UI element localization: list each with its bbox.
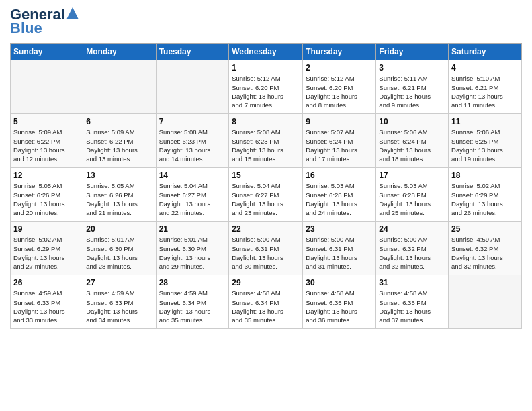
day-number: 11	[451, 117, 519, 126]
day-number: 30	[306, 278, 373, 287]
calendar-header-tuesday: Tuesday	[156, 44, 229, 60]
day-info: Sunrise: 5:03 AM Sunset: 6:28 PM Dayligh…	[379, 181, 445, 217]
calendar-cell: 20Sunrise: 5:01 AM Sunset: 6:30 PM Dayli…	[83, 222, 156, 275]
calendar-week-row: 12Sunrise: 5:05 AM Sunset: 6:26 PM Dayli…	[11, 168, 522, 222]
day-info: Sunrise: 5:02 AM Sunset: 6:29 PM Dayligh…	[451, 181, 519, 217]
logo: General Blue	[10, 7, 79, 36]
day-number: 7	[159, 117, 226, 126]
calendar-cell: 11Sunrise: 5:06 AM Sunset: 6:25 PM Dayli…	[449, 114, 522, 168]
day-info: Sunrise: 5:10 AM Sunset: 6:21 PM Dayligh…	[451, 74, 519, 109]
logo-icon	[66, 7, 79, 19]
calendar-cell: 4Sunrise: 5:10 AM Sunset: 6:21 PM Daylig…	[449, 60, 522, 114]
day-number: 24	[379, 224, 445, 234]
calendar-cell: 18Sunrise: 5:02 AM Sunset: 6:29 PM Dayli…	[449, 168, 522, 222]
day-info: Sunrise: 5:07 AM Sunset: 6:24 PM Dayligh…	[306, 128, 373, 163]
calendar-cell: 6Sunrise: 5:09 AM Sunset: 6:22 PM Daylig…	[83, 114, 156, 168]
calendar-cell: 23Sunrise: 5:00 AM Sunset: 6:31 PM Dayli…	[303, 222, 376, 275]
day-number: 4	[451, 63, 519, 73]
calendar-cell: 7Sunrise: 5:08 AM Sunset: 6:23 PM Daylig…	[156, 114, 229, 168]
calendar-cell: 17Sunrise: 5:03 AM Sunset: 6:28 PM Dayli…	[376, 168, 449, 222]
calendar-cell: 16Sunrise: 5:03 AM Sunset: 6:28 PM Dayli…	[303, 168, 376, 222]
day-number: 27	[86, 278, 152, 287]
day-number: 21	[159, 224, 226, 234]
calendar-week-row: 26Sunrise: 4:59 AM Sunset: 6:33 PM Dayli…	[11, 275, 522, 329]
day-number: 29	[232, 278, 300, 287]
calendar-cell: 24Sunrise: 5:00 AM Sunset: 6:32 PM Dayli…	[376, 222, 449, 275]
calendar-header-saturday: Saturday	[449, 44, 522, 60]
calendar-cell: 10Sunrise: 5:06 AM Sunset: 6:24 PM Dayli…	[376, 114, 449, 168]
calendar-week-row: 5Sunrise: 5:09 AM Sunset: 6:22 PM Daylig…	[11, 114, 522, 168]
day-number: 15	[232, 171, 300, 180]
day-info: Sunrise: 5:00 AM Sunset: 6:32 PM Dayligh…	[379, 235, 445, 271]
day-number: 13	[86, 171, 152, 180]
calendar-cell	[449, 275, 522, 329]
day-info: Sunrise: 5:02 AM Sunset: 6:29 PM Dayligh…	[13, 235, 80, 271]
day-number: 22	[232, 224, 300, 234]
calendar-cell: 27Sunrise: 4:59 AM Sunset: 6:33 PM Dayli…	[83, 275, 156, 329]
day-number: 25	[451, 224, 519, 234]
calendar-cell: 3Sunrise: 5:11 AM Sunset: 6:21 PM Daylig…	[376, 60, 449, 114]
day-info: Sunrise: 4:58 AM Sunset: 6:35 PM Dayligh…	[306, 289, 373, 324]
day-info: Sunrise: 5:06 AM Sunset: 6:24 PM Dayligh…	[379, 128, 445, 163]
day-number: 17	[379, 171, 445, 180]
calendar-cell: 5Sunrise: 5:09 AM Sunset: 6:22 PM Daylig…	[11, 114, 83, 168]
day-info: Sunrise: 4:59 AM Sunset: 6:34 PM Dayligh…	[159, 289, 226, 324]
calendar-cell: 14Sunrise: 5:04 AM Sunset: 6:27 PM Dayli…	[156, 168, 229, 222]
day-info: Sunrise: 5:08 AM Sunset: 6:23 PM Dayligh…	[232, 128, 300, 163]
page: General Blue SundayMondayTuesdayWednesda…	[0, 0, 532, 411]
calendar-cell: 29Sunrise: 4:58 AM Sunset: 6:34 PM Dayli…	[229, 275, 303, 329]
day-info: Sunrise: 5:08 AM Sunset: 6:23 PM Dayligh…	[159, 128, 226, 163]
calendar-cell: 30Sunrise: 4:58 AM Sunset: 6:35 PM Dayli…	[303, 275, 376, 329]
header: General Blue	[10, 7, 522, 36]
day-number: 19	[13, 224, 80, 234]
day-number: 14	[159, 171, 226, 180]
day-number: 10	[379, 117, 445, 126]
calendar-cell	[156, 60, 229, 114]
day-number: 16	[306, 171, 373, 180]
calendar-header-friday: Friday	[376, 44, 449, 60]
day-info: Sunrise: 4:58 AM Sunset: 6:35 PM Dayligh…	[379, 289, 445, 324]
calendar-cell: 12Sunrise: 5:05 AM Sunset: 6:26 PM Dayli…	[11, 168, 83, 222]
calendar-cell: 28Sunrise: 4:59 AM Sunset: 6:34 PM Dayli…	[156, 275, 229, 329]
day-info: Sunrise: 4:58 AM Sunset: 6:34 PM Dayligh…	[232, 289, 300, 324]
calendar-header-monday: Monday	[83, 44, 156, 60]
calendar-cell: 31Sunrise: 4:58 AM Sunset: 6:35 PM Dayli…	[376, 275, 449, 329]
day-number: 9	[306, 117, 373, 126]
day-number: 8	[232, 117, 300, 126]
day-info: Sunrise: 5:12 AM Sunset: 6:20 PM Dayligh…	[306, 74, 373, 109]
day-info: Sunrise: 5:09 AM Sunset: 6:22 PM Dayligh…	[86, 128, 152, 163]
day-number: 2	[306, 63, 373, 73]
day-number: 12	[13, 171, 80, 180]
day-number: 23	[306, 224, 373, 234]
day-info: Sunrise: 5:05 AM Sunset: 6:26 PM Dayligh…	[13, 181, 80, 217]
day-number: 26	[13, 278, 80, 287]
calendar-header-row: SundayMondayTuesdayWednesdayThursdayFrid…	[11, 44, 522, 60]
day-info: Sunrise: 5:01 AM Sunset: 6:30 PM Dayligh…	[86, 235, 152, 271]
calendar-cell: 2Sunrise: 5:12 AM Sunset: 6:20 PM Daylig…	[303, 60, 376, 114]
calendar-cell: 22Sunrise: 5:00 AM Sunset: 6:31 PM Dayli…	[229, 222, 303, 275]
calendar-cell: 21Sunrise: 5:01 AM Sunset: 6:30 PM Dayli…	[156, 222, 229, 275]
calendar-cell: 19Sunrise: 5:02 AM Sunset: 6:29 PM Dayli…	[11, 222, 83, 275]
day-info: Sunrise: 4:59 AM Sunset: 6:33 PM Dayligh…	[86, 289, 152, 324]
day-info: Sunrise: 5:05 AM Sunset: 6:26 PM Dayligh…	[86, 181, 152, 217]
calendar-cell: 26Sunrise: 4:59 AM Sunset: 6:33 PM Dayli…	[11, 275, 83, 329]
calendar-cell	[83, 60, 156, 114]
logo-text-line2: Blue	[10, 20, 42, 36]
day-info: Sunrise: 5:00 AM Sunset: 6:31 PM Dayligh…	[232, 235, 300, 271]
day-info: Sunrise: 5:12 AM Sunset: 6:20 PM Dayligh…	[232, 74, 300, 109]
day-number: 6	[86, 117, 152, 126]
day-info: Sunrise: 5:09 AM Sunset: 6:22 PM Dayligh…	[13, 128, 80, 163]
day-info: Sunrise: 4:59 AM Sunset: 6:33 PM Dayligh…	[13, 289, 80, 324]
svg-marker-0	[66, 7, 79, 19]
calendar-header-wednesday: Wednesday	[229, 44, 303, 60]
day-info: Sunrise: 5:04 AM Sunset: 6:27 PM Dayligh…	[159, 181, 226, 217]
day-info: Sunrise: 4:59 AM Sunset: 6:32 PM Dayligh…	[451, 235, 519, 271]
calendar-cell: 15Sunrise: 5:04 AM Sunset: 6:27 PM Dayli…	[229, 168, 303, 222]
calendar-header-thursday: Thursday	[303, 44, 376, 60]
day-number: 28	[159, 278, 226, 287]
day-info: Sunrise: 5:03 AM Sunset: 6:28 PM Dayligh…	[306, 181, 373, 217]
day-number: 18	[451, 171, 519, 180]
day-number: 3	[379, 63, 445, 73]
calendar-week-row: 19Sunrise: 5:02 AM Sunset: 6:29 PM Dayli…	[11, 222, 522, 275]
calendar-table: SundayMondayTuesdayWednesdayThursdayFrid…	[10, 43, 522, 329]
